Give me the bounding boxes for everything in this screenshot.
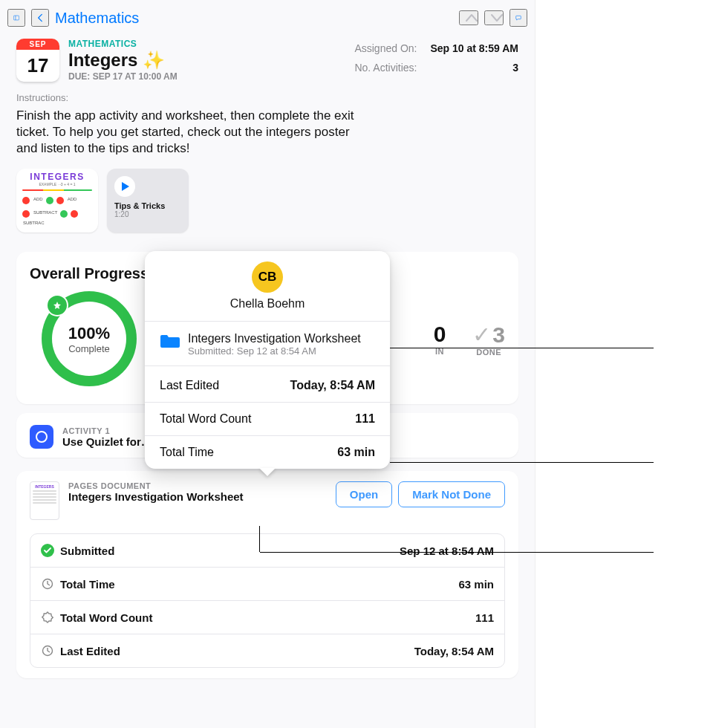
popover-word-count: Total Word Count111 — [145, 402, 390, 435]
row-word-count: Total Word Count 111 — [30, 600, 504, 634]
callout-line — [259, 526, 260, 552]
progress-percent-sub: Complete — [68, 343, 110, 354]
play-icon — [114, 176, 135, 197]
activity-1-name: Use Quizlet for… — [62, 435, 152, 448]
sidebar-toggle-icon[interactable] — [7, 9, 25, 27]
assignment-category: MATHEMATICS — [68, 39, 345, 49]
svg-rect-0 — [13, 16, 19, 20]
calendar-icon: SEP 17 — [16, 39, 59, 82]
assignment-header: SEP 17 MATHEMATICS Integers ✨ DUE: SEP 1… — [0, 36, 535, 88]
tips-title: Tips & Tricks — [114, 201, 181, 210]
open-button[interactable]: Open — [336, 481, 392, 507]
document-type-label: PAGES DOCUMENT — [68, 481, 244, 490]
quizlet-icon — [30, 425, 53, 449]
star-badge-icon — [46, 294, 68, 316]
folder-icon — [160, 332, 180, 351]
clock-icon — [41, 577, 54, 591]
document-thumbnail: INTEGERS — [30, 481, 59, 520]
badge-icon — [41, 611, 54, 624]
chat-icon[interactable] — [509, 9, 527, 27]
sparkle-icon: ✨ — [143, 50, 165, 70]
poster-title: INTEGERS — [16, 172, 98, 182]
avatar: CB — [252, 261, 283, 293]
document-name: Integers Investigation Worksheet — [68, 490, 244, 503]
row-submitted: Submitted Sep 12 at 8:54 AM — [30, 534, 504, 567]
assignment-due: DUE: SEP 17 AT 10:00 AM — [68, 71, 345, 82]
popover-file-title: Integers Investigation Worksheet — [188, 332, 361, 345]
kpi-in-progress: 0 IN — [434, 322, 446, 357]
student-popover: CB Chella Boehm Integers Investigation W… — [145, 251, 390, 469]
assignment-meta: Assigned On:Sep 10 at 8:59 AM No. Activi… — [354, 39, 518, 82]
next-assignment-icon[interactable] — [484, 10, 504, 25]
calendar-day: 17 — [27, 50, 49, 82]
row-total-time: Total Time 63 min — [30, 567, 504, 600]
document-section: INTEGERS PAGES DOCUMENT Integers Investi… — [16, 471, 518, 678]
popover-file-sub: Submitted: Sep 12 at 8:54 AM — [188, 345, 361, 357]
tips-attachment[interactable]: Tips & Tricks 1:20 — [107, 169, 189, 233]
checkmark-icon: ✓ — [472, 322, 491, 347]
poster-attachment[interactable]: INTEGERS EXAMPLE · -3 + 4 = 1 ADD ADD SU… — [16, 169, 98, 233]
activities-value: 3 — [512, 58, 518, 77]
activity-1-label: ACTIVITY 1 — [62, 426, 152, 435]
back-chevron-icon[interactable] — [31, 9, 49, 27]
mark-not-done-button[interactable]: Mark Not Done — [398, 481, 505, 507]
callout-line — [260, 552, 654, 553]
instructions-body: Finish the app activity and worksheet, t… — [16, 108, 373, 157]
callout-line — [390, 348, 654, 348]
kpi-done: ✓3 DONE — [472, 322, 505, 357]
attachments: INTEGERS EXAMPLE · -3 + 4 = 1 ADD ADD SU… — [0, 161, 535, 243]
progress-ring: 100% Complete — [42, 291, 137, 386]
prev-assignment-icon[interactable] — [459, 10, 478, 25]
document-detail-rows: Submitted Sep 12 at 8:54 AM Total Time 6… — [30, 533, 505, 668]
tips-duration: 1:20 — [114, 210, 181, 218]
instructions-label: Instructions: — [16, 92, 518, 103]
instructions: Instructions: Finish the app activity an… — [0, 88, 535, 161]
assigned-on-label: Assigned On: — [354, 39, 417, 58]
row-last-edited: Last Edited Today, 8:54 AM — [30, 634, 504, 667]
success-check-icon — [41, 544, 54, 557]
callout-line — [390, 462, 654, 463]
student-name: Chella Boehm — [230, 297, 305, 311]
svg-marker-2 — [122, 182, 129, 191]
activities-label: No. Activities: — [354, 58, 417, 77]
assignment-title: Integers ✨ — [68, 50, 345, 71]
assigned-on-value: Sep 10 at 8:59 AM — [430, 39, 518, 58]
back-label[interactable]: Mathematics — [55, 10, 139, 27]
nav-bar: Mathematics — [0, 0, 535, 36]
clock-icon — [41, 644, 54, 657]
popover-total-time: Total Time63 min — [145, 435, 390, 469]
calendar-month: SEP — [16, 39, 59, 50]
progress-percent: 100% — [68, 324, 110, 343]
popover-file[interactable]: Integers Investigation Worksheet Submitt… — [145, 322, 390, 361]
popover-last-edited: Last EditedToday, 8:54 AM — [145, 369, 390, 402]
